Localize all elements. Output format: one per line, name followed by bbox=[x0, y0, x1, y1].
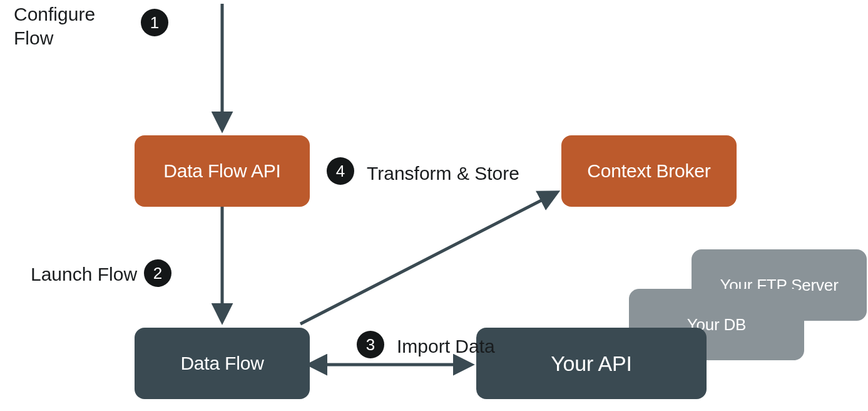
box-context-broker: Context Broker bbox=[561, 135, 737, 207]
label-import-data: Import Data bbox=[397, 335, 495, 358]
box-data-flow-api: Data Flow API bbox=[135, 135, 310, 207]
box-data-flow-api-label: Data Flow API bbox=[163, 160, 280, 182]
arrow-transform-store bbox=[300, 192, 557, 324]
box-data-flow: Data Flow bbox=[135, 328, 310, 399]
badge-2: 2 bbox=[144, 259, 171, 287]
badge-3: 3 bbox=[357, 331, 384, 358]
box-data-flow-label: Data Flow bbox=[180, 353, 263, 374]
diagram-stage: Your FTP Server Your DB Data Flow API Co… bbox=[0, 0, 868, 411]
box-your-api: Your API bbox=[476, 328, 707, 399]
box-your-api-label: Your API bbox=[551, 351, 631, 376]
label-launch-flow: Launch Flow bbox=[31, 263, 137, 286]
label-transform-store: Transform & Store bbox=[367, 162, 519, 185]
box-context-broker-label: Context Broker bbox=[587, 160, 710, 182]
badge-1: 1 bbox=[141, 9, 168, 36]
label-configure-flow: Configure Flow bbox=[14, 3, 95, 49]
badge-4: 4 bbox=[327, 157, 354, 185]
